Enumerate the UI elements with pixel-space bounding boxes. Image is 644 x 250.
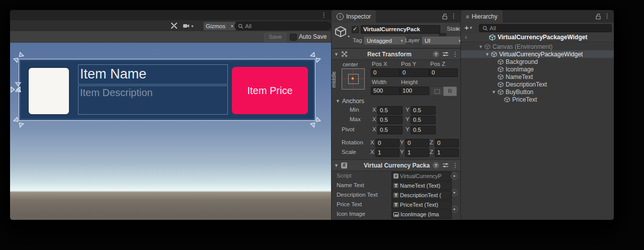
name-text-field-value: NameText (Text): [400, 183, 440, 189]
widget-description-text-rect[interactable]: Item Description: [78, 86, 228, 115]
script-object-picker-icon[interactable]: [451, 173, 458, 180]
rotation-z-field[interactable]: 0: [435, 139, 459, 147]
scale-y-field[interactable]: 1: [405, 148, 429, 157]
tree-row-background[interactable]: Background: [461, 58, 614, 65]
height-field[interactable]: 100: [400, 87, 429, 95]
tree-row-buybutton[interactable]: ▼ BuyButton: [461, 88, 614, 96]
text-component-icon: T: [393, 202, 398, 207]
hierarchy-lock-icon[interactable]: [595, 13, 601, 20]
gameobject-icon-dropdown-arrow[interactable]: ▾: [348, 34, 350, 39]
min-y-field[interactable]: 0.5: [411, 106, 436, 115]
virtual-currency-package-header[interactable]: ▼ # Virtual Currency Packa ? ⋮: [332, 159, 461, 171]
component-help-icon[interactable]: ?: [433, 162, 439, 169]
description-text-object-picker-icon[interactable]: [451, 206, 458, 213]
rotation-label: Rotation: [342, 139, 363, 145]
rect-transform-help-icon[interactable]: ?: [433, 51, 439, 57]
script-icon: #: [341, 162, 347, 169]
tools-icon[interactable]: [171, 22, 178, 29]
hierarchy-menu-kebab-icon[interactable]: ⋮: [604, 13, 610, 19]
max-x-field[interactable]: 0.5: [377, 116, 403, 124]
gameobject-active-checkbox[interactable]: [352, 26, 359, 33]
rect-transform-foldout-icon[interactable]: ▼: [334, 52, 339, 57]
camera-dropdown-arrow-icon[interactable]: ▾: [191, 24, 194, 29]
layer-dropdown[interactable]: UI▾: [422, 36, 464, 45]
gizmos-dropdown-arrow-icon[interactable]: ▾: [231, 24, 233, 29]
pos-z-field[interactable]: 0: [429, 68, 458, 77]
gizmo-anchor-left-vertical[interactable]: [15, 81, 21, 93]
scene-widget-selection[interactable]: Item Name Item Description Item Price: [19, 59, 315, 121]
inspector-lock-icon[interactable]: [442, 13, 448, 20]
auto-save-label: Auto Save: [299, 33, 327, 40]
raw-edit-mode-button[interactable]: R: [443, 87, 457, 96]
inspector-menu-kebab-icon[interactable]: ⋮: [450, 13, 457, 19]
widget-name-text: Item Name: [78, 65, 227, 83]
description-text-object-field[interactable]: T DescriptionText (: [391, 191, 452, 200]
rect-transform-header[interactable]: ▼ Rect Transform ? ⋮: [332, 48, 461, 60]
width-field[interactable]: 500: [371, 87, 400, 95]
create-object-button[interactable]: + ▾: [464, 24, 472, 31]
component-presets-icon[interactable]: [442, 162, 449, 169]
tree-row-iconimage[interactable]: IconImage: [461, 65, 614, 73]
create-dropdown-arrow-icon[interactable]: ▾: [470, 25, 472, 30]
script-object-field[interactable]: # VirtualCurrencyP: [391, 172, 452, 181]
save-button[interactable]: Save: [264, 33, 286, 42]
rotation-y-field[interactable]: 0: [405, 139, 429, 147]
hierarchy-search-input[interactable]: All: [479, 24, 612, 32]
blueprint-mode-button[interactable]: [430, 87, 444, 96]
prefab-breadcrumb[interactable]: VirtualCurrencyPackageWidget: [489, 34, 587, 41]
image-component-icon: [393, 212, 399, 217]
price-text-field-value: PriceText (Text): [400, 202, 438, 208]
pos-y-field[interactable]: 0: [400, 68, 429, 77]
tree-row-nametext[interactable]: NameText: [461, 73, 614, 80]
gameobject-cube-icon: [498, 89, 504, 95]
scale-z-field[interactable]: 1: [435, 148, 459, 157]
pivot-x-prefix: X: [372, 126, 376, 132]
pivot-x-field[interactable]: 0.5: [377, 126, 403, 134]
description-text-field-value: DescriptionText (: [400, 192, 441, 198]
foldout-icon[interactable]: ▼: [492, 90, 496, 95]
component-foldout-icon[interactable]: ▼: [334, 163, 339, 168]
tree-row-pricetext[interactable]: PriceText: [461, 96, 614, 103]
max-y-field[interactable]: 0.5: [411, 116, 436, 124]
price-text-row-label: Price Text: [337, 201, 362, 207]
tree-row-label: Canvas (Environment): [493, 43, 552, 50]
widget-name-text-rect[interactable]: Item Name: [78, 64, 228, 85]
tag-dropdown[interactable]: Untagged▾: [364, 36, 406, 45]
widget-buy-button[interactable]: Item Price: [232, 67, 308, 114]
text-component-icon: T: [393, 183, 398, 188]
scale-x-field[interactable]: 1: [375, 148, 399, 157]
component-kebab-icon[interactable]: ⋮: [452, 162, 458, 169]
gameobject-name-field[interactable]: VirtualCurrencyPack: [361, 25, 440, 34]
prefab-back-chevron-icon[interactable]: ‹: [465, 34, 467, 41]
widget-icon-image[interactable]: [28, 67, 70, 115]
foldout-icon[interactable]: ▼: [485, 52, 490, 57]
scene-search-input[interactable]: All: [234, 22, 331, 30]
pivot-label: Pivot: [342, 126, 355, 132]
pos-x-field[interactable]: 0: [371, 68, 400, 77]
icon-image-object-field[interactable]: IconImage (Ima: [391, 210, 452, 219]
scene-menu-kebab-icon[interactable]: ⋮: [320, 12, 327, 18]
rotation-x-field[interactable]: 0: [375, 139, 399, 147]
auto-save-checkbox[interactable]: [290, 34, 297, 41]
foldout-icon[interactable]: ▼: [478, 44, 483, 49]
name-text-object-field[interactable]: T NameText (Text): [391, 181, 452, 190]
scene-camera-button[interactable]: ▾: [183, 23, 194, 29]
anchors-foldout[interactable]: ▼Anchors: [336, 98, 364, 105]
pivot-y-field[interactable]: 0.5: [411, 126, 436, 134]
scene-toolbar: ▾ Gizmos ▾ All: [10, 20, 331, 32]
gameobject-cube-icon[interactable]: ▾: [335, 26, 347, 38]
static-dropdown-arrow-icon[interactable]: ▾: [456, 27, 459, 32]
anchor-preset-widget[interactable]: [342, 68, 365, 90]
price-text-object-field[interactable]: T PriceText (Text): [391, 200, 452, 209]
min-x-field[interactable]: 0.5: [377, 106, 403, 115]
name-text-object-picker-icon[interactable]: [451, 189, 458, 196]
rect-transform-kebab-icon[interactable]: ⋮: [452, 51, 458, 57]
tree-row-canvas[interactable]: ▼ Canvas (Environment): [461, 43, 614, 50]
tab-inspector[interactable]: i Inspector: [332, 10, 376, 23]
tree-row-descriptiontext[interactable]: DescriptionText: [461, 80, 614, 88]
gizmos-dropdown[interactable]: Gizmos ▾: [203, 22, 236, 31]
rect-transform-presets-icon[interactable]: [442, 51, 449, 57]
tree-row-widget-selected[interactable]: ▼ VirtualCurrencyPackageWidget: [461, 50, 614, 58]
tab-hierarchy[interactable]: ≡ Hierarchy: [461, 10, 503, 23]
tag-label: Tag: [353, 37, 362, 43]
